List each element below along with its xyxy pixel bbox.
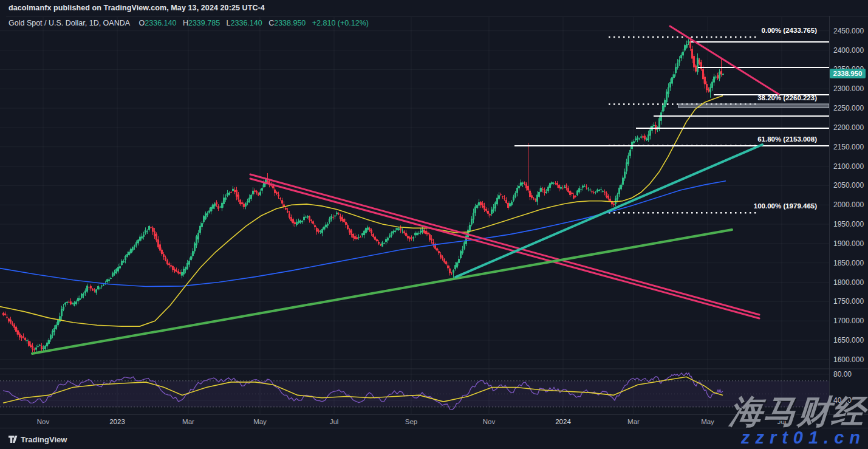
fib-level-label: 38.20% (2260.223) [695,94,817,101]
price-tick-label: 1600.000 [833,355,864,364]
time-tick-label: May [701,418,714,425]
fib-level-label: 0.00% (2433.765) [695,27,817,34]
time-tick-label: Nov [37,418,49,425]
close-label: C [268,19,274,27]
price-tick-label: 1800.000 [833,278,864,287]
open-label: O [139,19,145,27]
close-value: 2338.950 [274,19,306,27]
time-axis[interactable]: Nov2023MarMayJulSepNov2024MarMayJul [0,414,868,428]
price-tick-label: 2100.000 [833,162,864,171]
fib-level-label: 61.80% (2153.008) [695,135,817,143]
fib-level-label: 100.00% (1979.465) [695,202,817,210]
time-tick-label: Sep [405,418,417,425]
price-tick-label: 1650.000 [833,336,864,344]
tradingview-chart-window: dacolmanfx published on TradingView.com,… [0,0,868,449]
rsi-tick-label: 40.00 [833,396,852,405]
price-tick-label: 2450.000 [833,27,864,35]
symbol-legend[interactable]: Gold Spot / U.S. Dollar, 1D, OANDA O2336… [9,19,369,27]
price-tick-label: 1900.000 [833,239,864,248]
time-tick-label: Nov [483,418,495,425]
time-tick-label: Mar [182,418,194,425]
price-tick-label: 2400.000 [833,46,864,55]
low-label: L [227,19,231,27]
time-tick-label: 2024 [555,418,571,425]
time-tick-label: May [253,418,267,425]
price-tick-label: 1950.000 [833,220,864,228]
symbol-title[interactable]: Gold Spot / U.S. Dollar, 1D, OANDA [9,19,130,27]
change-value: +2.810 (+0.12%) [312,19,369,27]
time-tick-label: Jul [777,418,787,425]
price-tick-label: 2250.000 [833,104,864,112]
high-label: H [183,19,188,27]
time-tick-label: 2023 [109,418,125,425]
time-tick-label: Jul [330,418,339,425]
price-tick-label: 1750.000 [833,297,864,306]
price-tick-label: 2200.000 [833,123,864,132]
low-value: 2336.140 [231,19,262,27]
price-tick-label: 2050.000 [833,181,864,190]
price-tick-label: 2150.000 [833,143,864,151]
price-tick-label: 2300.000 [833,84,864,93]
price-tick-label: 1850.000 [833,259,864,267]
high-value: 2339.785 [188,19,220,27]
open-value: 2336.140 [145,19,176,27]
time-tick-label: Mar [627,418,640,425]
tradingview-logo-icon[interactable] [9,435,18,444]
candlestick-chart-canvas[interactable] [0,0,868,449]
last-price-badge: 2338.950 [830,69,866,78]
price-tick-label: 2000.000 [833,201,864,209]
price-tick-label: 1700.000 [833,317,864,325]
attribution-bar: TradingView [0,429,868,449]
tradingview-wordmark[interactable]: TradingView [21,435,67,444]
rsi-tick-label: 80.00 [833,370,852,379]
